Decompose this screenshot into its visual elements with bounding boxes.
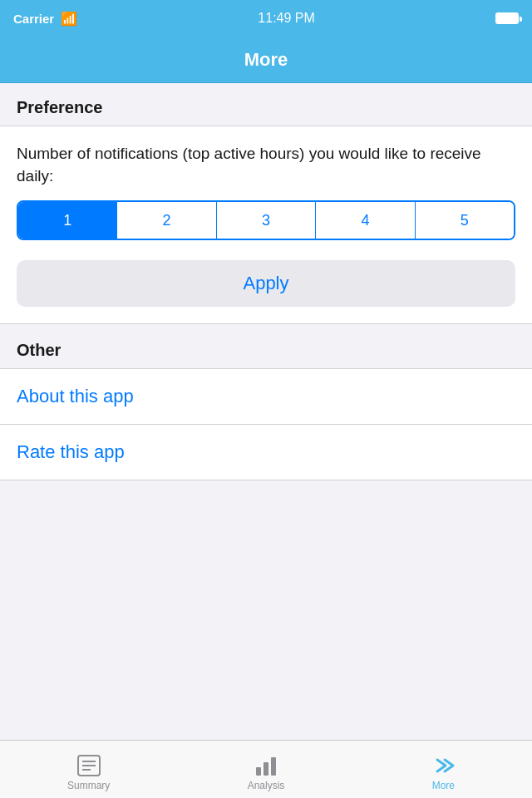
tab-more[interactable]: More xyxy=(355,747,532,791)
notification-segmented-control[interactable]: 1 2 3 4 5 xyxy=(17,200,515,240)
nav-bar: More xyxy=(0,37,532,83)
rate-app-item[interactable]: Rate this app xyxy=(0,425,532,480)
analysis-icon xyxy=(254,754,278,777)
wifi-icon: 📶 xyxy=(61,11,77,27)
carrier-text: Carrier xyxy=(13,12,54,26)
status-bar: Carrier 📶 11:49 PM xyxy=(0,0,532,37)
tab-summary-label: Summary xyxy=(67,780,110,791)
tab-analysis-label: Analysis xyxy=(248,780,285,791)
status-time: 11:49 PM xyxy=(258,11,314,26)
preference-card: Number of notifications (top active hour… xyxy=(0,126,532,324)
seg-option-4[interactable]: 4 xyxy=(316,202,415,239)
content-area: Preference Number of notifications (top … xyxy=(0,83,532,740)
svg-rect-5 xyxy=(264,762,268,776)
battery-icon xyxy=(495,12,519,24)
seg-option-5[interactable]: 5 xyxy=(416,202,514,239)
other-section-header: Other xyxy=(0,324,532,368)
apply-button-container: Apply xyxy=(0,254,532,323)
tab-summary[interactable]: Summary xyxy=(0,747,177,791)
summary-icon xyxy=(76,754,101,777)
notification-label: Number of notifications (top active hour… xyxy=(0,126,532,200)
tab-bar: Summary Analysis More xyxy=(0,740,532,798)
svg-rect-6 xyxy=(271,757,276,776)
about-app-item[interactable]: About this app xyxy=(0,369,532,425)
apply-button[interactable]: Apply xyxy=(17,260,515,307)
seg-option-3[interactable]: 3 xyxy=(217,202,316,239)
more-icon xyxy=(431,754,456,777)
battery-fill xyxy=(497,14,517,22)
nav-title: More xyxy=(244,49,288,71)
preference-title: Preference xyxy=(17,98,102,116)
seg-option-2[interactable]: 2 xyxy=(117,202,216,239)
status-battery-area xyxy=(495,12,519,24)
status-carrier: Carrier 📶 xyxy=(13,11,77,27)
other-list-card: About this app Rate this app xyxy=(0,368,532,480)
svg-rect-4 xyxy=(256,767,261,776)
other-title: Other xyxy=(17,341,61,359)
preference-section-header: Preference xyxy=(0,83,532,126)
seg-option-1[interactable]: 1 xyxy=(18,202,117,239)
tab-analysis[interactable]: Analysis xyxy=(177,747,354,791)
tab-more-label: More xyxy=(432,780,455,791)
